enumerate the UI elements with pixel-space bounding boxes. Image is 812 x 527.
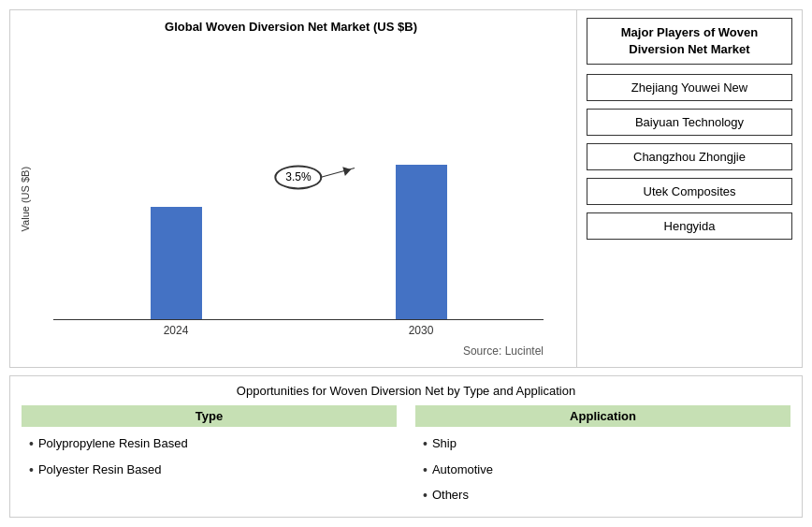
- players-title: Major Players of Woven Diversion Net Mar…: [587, 18, 792, 65]
- chart-title: Global Woven Diversion Net Market (US $B…: [20, 20, 562, 34]
- app-item-label-1: Ship: [432, 432, 457, 454]
- bullet-icon-5: •: [423, 484, 428, 507]
- bottom-section: Opportunities for Woven Diversion Net by…: [9, 375, 803, 518]
- cagr-annotation: 3.5%: [274, 165, 322, 189]
- source-text: Source: Lucintel: [35, 344, 562, 358]
- bar-group-2024: [151, 207, 202, 319]
- bar-group-2030: [396, 165, 447, 319]
- bar-2030: [396, 165, 447, 319]
- chart-area: Global Woven Diversion Net Market (US $B…: [10, 10, 577, 367]
- x-label-2024: 2024: [164, 324, 189, 337]
- bottom-columns: Type • Polypropylene Resin Based • Polye…: [22, 405, 790, 509]
- type-column: Type • Polypropylene Resin Based • Polye…: [22, 405, 397, 509]
- type-item-label-1: Polypropylene Resin Based: [38, 432, 188, 454]
- players-area: Major Players of Woven Diversion Net Mar…: [577, 10, 802, 367]
- arrow-line: [321, 168, 355, 178]
- type-item-2: • Polyester Resin Based: [29, 459, 397, 482]
- application-column: Application • Ship • Automotive • Others: [415, 405, 790, 509]
- bar-2024: [151, 207, 202, 319]
- player-item-3: Changzhou Zhongjie: [587, 143, 792, 170]
- top-section: Global Woven Diversion Net Market (US $B…: [9, 9, 803, 368]
- bullet-icon-3: •: [423, 432, 428, 456]
- chart-plot: 3.5% 2024 2030: [35, 39, 562, 358]
- player-item-5: Hengyida: [587, 212, 792, 240]
- player-item-2: Baiyuan Technology: [587, 109, 792, 136]
- type-item-1: • Polypropylene Resin Based: [29, 432, 397, 456]
- type-content: • Polypropylene Resin Based • Polyester …: [22, 432, 397, 481]
- player-item-1: Zhejiang Youwei New: [587, 74, 792, 101]
- application-header: Application: [415, 405, 790, 427]
- bars-container: 3.5%: [35, 39, 562, 319]
- app-item-1: • Ship: [423, 432, 790, 456]
- y-axis-label: Value (US $B): [20, 39, 31, 358]
- type-item-label-2: Polyester Resin Based: [38, 459, 162, 480]
- application-content: • Ship • Automotive • Others: [415, 432, 790, 507]
- bullet-icon-1: •: [29, 432, 34, 456]
- app-item-label-3: Others: [432, 484, 469, 505]
- app-item-label-2: Automotive: [432, 459, 493, 480]
- app-item-2: • Automotive: [423, 459, 790, 482]
- x-label-2030: 2030: [409, 324, 434, 337]
- app-item-3: • Others: [423, 484, 790, 507]
- cagr-ellipse: 3.5%: [274, 165, 322, 189]
- type-header: Type: [22, 405, 397, 427]
- main-container: Global Woven Diversion Net Market (US $B…: [0, 0, 812, 527]
- player-item-4: Utek Composites: [587, 178, 792, 205]
- bullet-icon-4: •: [423, 459, 428, 482]
- cagr-label: 3.5%: [285, 170, 311, 183]
- bottom-title: Opportunities for Woven Diversion Net by…: [22, 384, 790, 398]
- chart-content: Value (US $B) 3.5%: [20, 39, 562, 358]
- bullet-icon-2: •: [29, 459, 34, 482]
- x-labels: 2024 2030: [35, 320, 562, 341]
